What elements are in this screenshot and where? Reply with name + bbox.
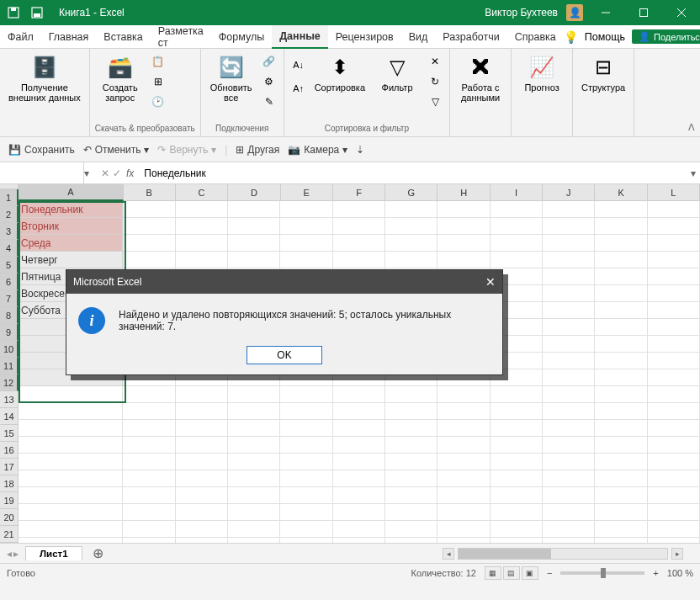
cell[interactable] <box>123 487 175 504</box>
minimize-button[interactable] <box>586 0 624 25</box>
cell[interactable] <box>543 454 595 470</box>
cell[interactable] <box>176 403 228 420</box>
cell[interactable] <box>123 403 175 420</box>
cell[interactable] <box>595 302 647 319</box>
outline-button[interactable]: ⊟ Структура <box>578 52 628 94</box>
cell[interactable] <box>543 470 595 487</box>
cell[interactable] <box>385 521 438 538</box>
filter-button[interactable]: ▽ Фильтр <box>372 52 422 94</box>
cell[interactable] <box>123 454 175 470</box>
cell[interactable] <box>280 437 332 454</box>
cell[interactable] <box>543 235 595 252</box>
cell[interactable] <box>543 420 595 437</box>
cell[interactable] <box>491 454 543 470</box>
sort-desc-button[interactable]: A↑ <box>289 79 308 98</box>
user-name[interactable]: Виктор Бухтеев <box>485 7 563 19</box>
cell[interactable] <box>648 420 700 437</box>
cell[interactable] <box>176 218 228 235</box>
row-header[interactable]: 7 <box>0 290 19 307</box>
cell[interactable] <box>543 437 595 454</box>
cell[interactable] <box>648 437 700 454</box>
qb-camera-button[interactable]: 📷 Камера ▾ <box>288 144 347 156</box>
from-table-button[interactable]: ⊞ <box>149 72 167 91</box>
cell[interactable] <box>280 504 332 521</box>
cell[interactable] <box>595 420 647 437</box>
sheet-tab[interactable]: Лист1 <box>25 546 82 560</box>
col-header-i[interactable]: I <box>491 184 543 201</box>
cell[interactable] <box>648 521 700 538</box>
cell[interactable] <box>595 437 647 454</box>
reapply-button[interactable]: ↻ <box>426 72 444 91</box>
cell[interactable] <box>385 403 438 420</box>
cell[interactable] <box>123 252 175 268</box>
cell[interactable] <box>333 538 385 543</box>
menu-formulas[interactable]: Формулы <box>211 25 272 49</box>
name-box-dropdown[interactable]: ▾ <box>84 167 96 179</box>
cell[interactable] <box>648 336 700 353</box>
tab-nav-last[interactable]: ▸ <box>13 548 19 560</box>
cell[interactable] <box>438 521 490 538</box>
cell[interactable] <box>595 504 647 521</box>
cell[interactable] <box>648 268 700 285</box>
cell[interactable] <box>280 201 332 218</box>
cell[interactable] <box>595 470 647 487</box>
view-break-button[interactable]: ▣ <box>522 566 538 580</box>
cell[interactable] <box>228 521 280 538</box>
qb-other-button[interactable]: ⊞ Другая <box>236 144 279 156</box>
col-header-a[interactable]: A <box>19 184 124 201</box>
cell[interactable] <box>438 487 490 504</box>
cell[interactable] <box>491 252 543 268</box>
cell[interactable] <box>491 504 543 521</box>
cell[interactable] <box>491 470 543 487</box>
lightbulb-icon[interactable]: 💡 <box>564 30 578 44</box>
cell[interactable] <box>19 538 123 543</box>
row-header[interactable]: 11 <box>0 358 19 374</box>
cell[interactable] <box>438 252 490 268</box>
cell[interactable] <box>176 386 228 403</box>
forecast-button[interactable]: 📈 Прогноз <box>517 52 567 94</box>
tellme-label[interactable]: Помощь <box>585 31 625 43</box>
cell[interactable] <box>595 487 647 504</box>
collapse-ribbon-button[interactable]: ᐱ <box>688 122 695 133</box>
cell[interactable] <box>280 235 332 252</box>
cell[interactable] <box>491 437 543 454</box>
cell[interactable] <box>123 420 175 437</box>
hscroll-right[interactable]: ▸ <box>671 548 683 560</box>
cell[interactable] <box>176 201 228 218</box>
cell[interactable] <box>648 285 700 302</box>
cell[interactable] <box>333 504 385 521</box>
zoom-in-button[interactable]: + <box>653 568 658 578</box>
advanced-filter-button[interactable]: ▽ <box>426 93 444 111</box>
cell[interactable] <box>385 538 438 543</box>
view-normal-button[interactable]: ▦ <box>485 566 501 580</box>
sort-button[interactable]: ⬍ Сортировка <box>311 52 369 94</box>
menu-data[interactable]: Данные <box>272 25 328 49</box>
row-header[interactable]: 19 <box>0 492 19 509</box>
fx-icon[interactable]: fx <box>126 167 139 179</box>
share-button[interactable]: 👤 Поделиться <box>632 29 700 44</box>
menu-home[interactable]: Главная <box>41 25 97 49</box>
menu-review[interactable]: Рецензиров <box>328 25 401 49</box>
row-header[interactable]: 5 <box>0 257 19 273</box>
col-header-b[interactable]: B <box>124 184 176 201</box>
cell[interactable] <box>543 521 595 538</box>
cell[interactable] <box>595 235 647 252</box>
cell[interactable] <box>385 235 438 252</box>
qb-save-button[interactable]: 💾 Сохранить <box>8 144 75 156</box>
cell[interactable] <box>491 487 543 504</box>
expand-formula-bar-button[interactable]: ▾ <box>687 167 700 179</box>
cell[interactable] <box>543 403 595 420</box>
row-header[interactable]: 8 <box>0 307 19 324</box>
refresh-all-button[interactable]: 🔄 Обновить все <box>206 52 257 104</box>
cell[interactable] <box>595 285 647 302</box>
cell[interactable] <box>19 521 123 538</box>
cell[interactable] <box>648 403 700 420</box>
clear-filter-button[interactable]: ✕ <box>426 52 444 71</box>
add-sheet-button[interactable]: ⊕ <box>82 545 114 561</box>
cell[interactable] <box>385 201 438 218</box>
col-header-c[interactable]: C <box>176 184 228 201</box>
cell[interactable] <box>438 201 490 218</box>
new-query-button[interactable]: 🗃️ Создать запрос <box>95 52 146 104</box>
cell[interactable] <box>385 454 438 470</box>
cell[interactable] <box>19 386 123 403</box>
